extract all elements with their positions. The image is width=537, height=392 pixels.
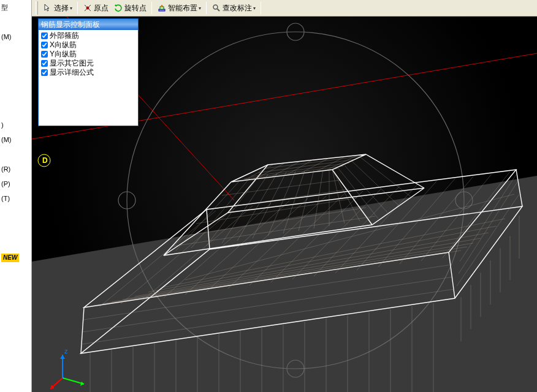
smart-label: 智能布置 [168, 3, 197, 13]
svg-line-81 [366, 154, 424, 188]
toolbar-separator [151, 2, 152, 14]
cursor-icon [43, 3, 53, 13]
smart-icon [157, 3, 167, 13]
checkbox-row[interactable]: Y向纵筋 [41, 50, 135, 59]
new-badge: NEW [1, 254, 19, 262]
checkbox-row[interactable]: 显示详细公式 [41, 68, 135, 77]
left-row [0, 74, 31, 88]
checkbox-show-others[interactable] [41, 60, 48, 67]
origin-icon [83, 3, 93, 13]
left-row [0, 15, 31, 29]
checkbox-label: Y向纵筋 [50, 50, 77, 58]
svg-line-112 [271, 161, 300, 177]
origin-button[interactable]: 原点 [80, 1, 111, 15]
chevron-down-icon: ▾ [70, 6, 72, 11]
left-row: (P) [0, 176, 31, 191]
toolbar-grip[interactable] [36, 1, 38, 15]
left-row [0, 44, 31, 59]
svg-line-105 [237, 168, 338, 181]
svg-line-6 [218, 9, 220, 12]
left-row: ) [0, 118, 31, 132]
svg-point-5 [213, 5, 218, 9]
left-row [0, 103, 31, 118]
smart-layout-button[interactable]: 智能布置 ▾ [154, 1, 204, 15]
left-row [0, 59, 31, 74]
annotate-label: 查改标注 [223, 3, 252, 13]
origin-label: 原点 [94, 3, 109, 13]
axis-label-d: D [42, 156, 48, 165]
annotate-button[interactable]: 查改标注 ▾ [209, 1, 258, 15]
left-row: (R) [0, 162, 31, 176]
checkbox-label: X向纵筋 [50, 40, 77, 49]
left-row-new: NEW [0, 250, 31, 265]
rotate-label: 旋转点 [124, 3, 147, 13]
chevron-down-icon: ▾ [199, 6, 201, 11]
checkbox-row[interactable]: 外部箍筋 [41, 31, 135, 40]
left-row: 型 [0, 0, 31, 15]
rebar-display-panel[interactable]: 钢筋显示控制面板 外部箍筋 X向纵筋 Y向纵筋 显示其它图元 显示详细公式 [38, 18, 139, 126]
toolbar-separator [206, 2, 207, 14]
panel-body: 外部箍筋 X向纵筋 Y向纵筋 显示其它图元 显示详细公式 [39, 30, 138, 78]
checkbox-row[interactable]: 显示其它图元 [41, 59, 135, 68]
checkbox-show-formula[interactable] [41, 69, 48, 76]
svg-line-103 [352, 161, 398, 205]
left-row [0, 235, 31, 250]
select-label: 选择 [54, 3, 69, 13]
checkbox-x-rebar[interactable] [41, 42, 48, 48]
chevron-down-icon: ▾ [253, 6, 256, 11]
left-row [0, 221, 31, 235]
checkbox-label: 外部箍筋 [50, 31, 79, 40]
rotate-icon [113, 3, 123, 13]
left-row [0, 147, 31, 162]
left-row: (M) [0, 29, 31, 44]
select-button[interactable]: 选择 ▾ [40, 1, 75, 15]
svg-line-82 [228, 165, 268, 213]
checkbox-label: 显示其它图元 [50, 59, 94, 67]
magnify-icon [211, 3, 221, 13]
svg-point-2 [86, 7, 89, 9]
checkbox-label: 显示详细公式 [50, 68, 94, 77]
axis-label-z: z [64, 347, 68, 355]
rotate-button[interactable]: 旋转点 [111, 1, 149, 15]
left-row: (M) [0, 132, 31, 147]
left-row [0, 206, 31, 221]
main-toolbar: 选择 ▾ 原点 旋转点 智能布置 ▾ 查改标注 ▾ [32, 0, 537, 17]
checkbox-y-rebar[interactable] [41, 51, 48, 58]
viewport-3d[interactable]: D [32, 17, 537, 392]
svg-rect-4 [160, 7, 164, 9]
checkbox-row[interactable]: X向纵筋 [41, 40, 135, 50]
toolbar-separator [77, 2, 78, 14]
toolbar-separator [261, 2, 261, 14]
left-row [0, 88, 31, 103]
svg-line-114 [300, 158, 329, 173]
left-row: (T) [0, 191, 31, 206]
checkbox-outer-stirrup[interactable] [41, 32, 48, 39]
left-tree-panel: 型 (M) ) (M) (R) (P) (T) NEW [0, 0, 32, 392]
panel-title[interactable]: 钢筋显示控制面板 [39, 19, 138, 30]
